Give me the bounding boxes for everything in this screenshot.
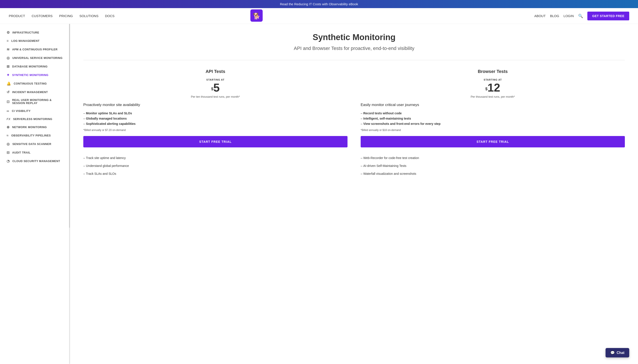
browser-feature-1: Record tests without code <box>361 110 625 116</box>
api-price: 5 <box>213 81 220 94</box>
divider <box>83 60 625 60</box>
api-per-unit: Per ten thousand test runs, per month* <box>83 95 348 98</box>
sidebar-label-serverless: SERVERLESS MONITORING <box>13 118 52 121</box>
browser-extra-3: Waterfall visualization and screenshots <box>361 170 625 178</box>
apm-icon: ≋ <box>7 47 10 52</box>
audit-trail-icon: ⊟ <box>7 150 10 154</box>
browser-feature-2: Intelligent, self-maintaining tests <box>361 116 625 121</box>
nav-about[interactable]: ABOUT <box>534 14 546 18</box>
sidebar-item-continuous-testing[interactable]: 🔔 CONTINUOUS TESTING <box>0 79 70 88</box>
sidebar-item-observability-pipelines[interactable]: ≈ OBSERVABILITY PIPELINES <box>0 132 70 140</box>
sidebar-label-synthetic-monitoring: SYNTHETIC MONITORING <box>12 74 49 77</box>
sidebar-label-apm: APM & CONTINUOUS PROFILER <box>12 48 58 51</box>
page-title: Synthetic Monitoring <box>83 33 625 42</box>
sidebar-label-ci-visibility: CI VISIBILITY <box>12 110 31 112</box>
browser-per-unit: Per thousand test runs, per month* <box>361 95 625 98</box>
ci-visibility-icon: ∞ <box>7 109 9 113</box>
api-billed-note: *Billed annually or $7.20 on-demand <box>83 128 348 132</box>
browser-feature-3: View screenshots and front-end errors fo… <box>361 121 625 126</box>
logo[interactable]: 🐕 <box>250 10 263 22</box>
sidebar-item-rum[interactable]: ⊡ REAL USER MONITORING & SESSION REPLAY <box>0 96 70 107</box>
nav-solutions[interactable]: SOLUTIONS <box>79 14 98 18</box>
api-feature-2: Globally managed locations <box>83 116 348 121</box>
page-subtitle: API and Browser Tests for proactive, end… <box>83 46 625 51</box>
sidebar-label-observability-pipelines: OBSERVABILITY PIPELINES <box>11 134 51 137</box>
sidebar-label-database-monitoring: DATABASE MONITORING <box>12 65 48 68</box>
browser-feature-list: Record tests without code Intelligent, s… <box>361 110 625 126</box>
browser-extra-1: Web-Recorder for code-free test creation <box>361 154 625 162</box>
network-monitoring-icon: ⊛ <box>7 125 10 129</box>
sidebar-item-sensitive-data[interactable]: ◎ SENSITIVE DATA SCANNER <box>0 140 70 148</box>
sidebar-item-database-monitoring[interactable]: ⊞ DATABASE MONITORING <box>0 62 70 71</box>
browser-price-row: $12 <box>361 82 625 93</box>
sidebar-item-synthetic-monitoring[interactable]: ✦ SYNTHETIC MONITORING <box>0 71 70 79</box>
sidebar-item-cloud-security[interactable]: ◔ CLOUD SECURITY MANAGEMENT <box>0 157 70 165</box>
chat-label: Chat <box>616 351 624 355</box>
observability-pipelines-icon: ≈ <box>7 134 9 138</box>
sidebar-item-incident-management[interactable]: ↺ INCIDENT MANAGEMENT <box>0 88 70 96</box>
chat-button[interactable]: 💬 Chat <box>605 348 629 358</box>
sidebar-item-universal-service[interactable]: ◎ UNIVERSAL SERVICE MONITORING <box>0 54 70 62</box>
database-monitoring-icon: ⊞ <box>7 64 10 68</box>
api-currency: $ <box>211 87 213 91</box>
api-feature-3: Sophisticated alerting capabilities <box>83 121 348 126</box>
svg-text:🐕: 🐕 <box>252 12 260 20</box>
api-extra-2: Understand global performance <box>83 162 348 170</box>
sidebar-label-log-management: LOG MANAGEMENT <box>12 40 40 42</box>
api-feature-1: Monitor uptime SLAs and SLOs <box>83 110 348 116</box>
api-price-row: $5 <box>83 82 348 93</box>
serverless-icon: fx <box>7 118 11 121</box>
sidebar: ⚙ INFRASTRUCTURE ≡ LOG MANAGEMENT ≋ APM … <box>0 24 70 364</box>
browser-trial-button[interactable]: START FREE TRIAL <box>361 136 625 148</box>
sidebar-label-universal-service: UNIVERSAL SERVICE MONITORING <box>13 56 63 60</box>
sidebar-label-sensitive-data: SENSITIVE DATA SCANNER <box>13 142 51 146</box>
browser-tests-title: Browser Tests <box>361 69 625 74</box>
sidebar-item-audit-trail[interactable]: ⊟ AUDIT TRAIL <box>0 148 70 157</box>
nav-pricing[interactable]: PRICING <box>59 14 73 18</box>
api-tests-title: API Tests <box>83 69 348 74</box>
main-layout: ⚙ INFRASTRUCTURE ≡ LOG MANAGEMENT ≋ APM … <box>0 24 638 364</box>
cloud-security-icon: ◔ <box>7 159 10 163</box>
sidebar-item-network-monitoring[interactable]: ⊛ NETWORK MONITORING <box>0 123 70 132</box>
navbar: PRODUCT CUSTOMERS PRICING SOLUTIONS DOCS… <box>0 8 638 24</box>
synthetic-monitoring-icon: ✦ <box>7 73 10 77</box>
universal-service-icon: ◎ <box>7 56 10 60</box>
top-banner: Read the Reducing IT Costs with Observab… <box>0 0 638 8</box>
sidebar-item-infrastructure[interactable]: ⚙ INFRASTRUCTURE <box>0 28 70 37</box>
browser-extra-features: Web-Recorder for code-free test creation… <box>361 154 625 178</box>
api-trial-button[interactable]: START FREE TRIAL <box>83 136 348 148</box>
nav-docs[interactable]: DOCS <box>105 14 114 18</box>
api-tests-column: API Tests STARTING AT $5 Per ten thousan… <box>83 69 348 178</box>
incident-management-icon: ↺ <box>7 90 10 94</box>
search-icon[interactable]: 🔍 <box>578 14 583 18</box>
browser-tests-column: Browser Tests STARTING AT $12 Per thousa… <box>361 69 625 178</box>
get-started-button[interactable]: GET STARTED FREE <box>587 12 629 20</box>
sidebar-item-ci-visibility[interactable]: ∞ CI VISIBILITY <box>0 107 70 115</box>
banner-text: Read the Reducing IT Costs with Observab… <box>280 2 358 6</box>
nav-right: ABOUT BLOG LOGIN 🔍 GET STARTED FREE <box>534 12 629 20</box>
sidebar-label-incident-management: INCIDENT MANAGEMENT <box>12 91 48 94</box>
rum-icon: ⊡ <box>7 100 10 104</box>
nav-login[interactable]: LOGIN <box>563 14 574 18</box>
sidebar-label-network-monitoring: NETWORK MONITORING <box>12 126 47 129</box>
api-extra-1: Track site uptime and latency <box>83 154 348 162</box>
api-starting-at: STARTING AT <box>83 78 348 81</box>
api-extra-3: Track SLAs and SLOs <box>83 170 348 178</box>
browser-starting-at: STARTING AT <box>361 78 625 81</box>
chat-icon: 💬 <box>610 351 615 355</box>
nav-product[interactable]: PRODUCT <box>9 14 25 18</box>
nav-left: PRODUCT CUSTOMERS PRICING SOLUTIONS DOCS <box>9 14 114 18</box>
sidebar-label-cloud-security: CLOUD SECURITY MANAGEMENT <box>13 160 60 163</box>
browser-currency: $ <box>485 87 488 91</box>
sidebar-item-log-management[interactable]: ≡ LOG MANAGEMENT <box>0 37 70 45</box>
api-feature-list: Monitor uptime SLAs and SLOs Globally ma… <box>83 110 348 126</box>
sidebar-label-continuous-testing: CONTINUOUS TESTING <box>14 82 47 85</box>
sidebar-item-apm[interactable]: ≋ APM & CONTINUOUS PROFILER <box>0 45 70 54</box>
nav-blog[interactable]: BLOG <box>550 14 559 18</box>
sidebar-item-serverless[interactable]: fx SERVERLESS MONITORING <box>0 115 70 123</box>
main-content: Synthetic Monitoring API and Browser Tes… <box>70 24 638 364</box>
nav-customers[interactable]: CUSTOMERS <box>32 14 53 18</box>
log-management-icon: ≡ <box>7 39 9 43</box>
sidebar-label-infrastructure: INFRASTRUCTURE <box>13 31 39 34</box>
infrastructure-icon: ⚙ <box>7 30 10 34</box>
